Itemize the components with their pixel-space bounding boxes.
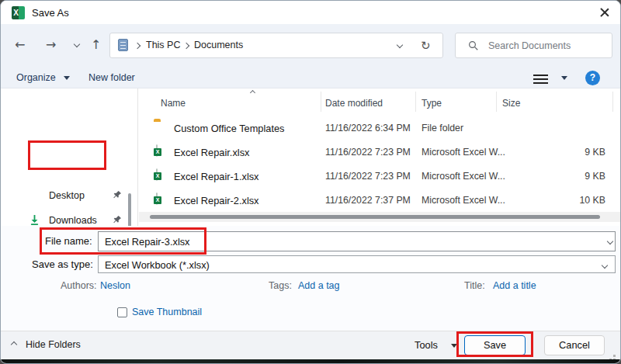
file-type: Microsoft Excel W... bbox=[422, 195, 505, 206]
column-separator[interactable] bbox=[321, 92, 321, 112]
authors-label: Authors: bbox=[61, 280, 97, 291]
up-icon[interactable]: ↑ bbox=[91, 37, 101, 52]
downloads-icon bbox=[29, 213, 40, 227]
column-header-type[interactable]: Type bbox=[422, 98, 442, 109]
file-name-input[interactable] bbox=[98, 231, 616, 251]
file-size: 9 KB bbox=[502, 147, 605, 158]
horizontal-scrollbar[interactable] bbox=[139, 212, 621, 222]
column-header-date-modified[interactable]: Date modified bbox=[325, 98, 383, 109]
file-type: Microsoft Excel W... bbox=[422, 171, 505, 182]
forward-icon[interactable]: → bbox=[46, 37, 56, 52]
save-thumbnail-label[interactable]: Save Thumbnail bbox=[132, 307, 202, 317]
file-row-excel-repair-2[interactable]: Excel Repair-2.xlsx 11/16/2022 7:37 PM M… bbox=[138, 189, 621, 213]
save-as-type-select[interactable]: Excel Workbook (*.xlsx) bbox=[98, 255, 616, 273]
file-row-excel-repair-1[interactable]: Excel Repair-1.xlsx 11/16/2022 7:23 PM M… bbox=[138, 165, 621, 189]
help-icon[interactable]: ? bbox=[585, 71, 600, 85]
navigation-chrome: ← → ↑ This PC Documents ↻ Organize New f… bbox=[1, 24, 620, 88]
file-date: 11/16/2022 7:23 PM bbox=[325, 147, 411, 158]
column-separator[interactable] bbox=[415, 92, 416, 112]
search-input[interactable] bbox=[488, 34, 605, 57]
sidebar-item-desktop[interactable]: Desktop bbox=[1, 185, 137, 206]
file-date: 11/16/2022 7:37 PM bbox=[325, 195, 411, 206]
background-window-edge bbox=[1, 359, 620, 364]
save-as-dialog: Save As ← → ↑ This PC Documents ↻ Organi… bbox=[0, 0, 621, 364]
save-button[interactable]: Save bbox=[464, 335, 526, 355]
file-row-custom-office-templates[interactable]: Custom Office Templates 11/16/2022 6:34 … bbox=[138, 116, 621, 140]
excel-file-icon bbox=[156, 192, 158, 205]
add-tag-link[interactable]: Add a tag bbox=[298, 280, 340, 291]
organize-button[interactable]: Organize bbox=[16, 72, 70, 83]
recent-locations-chevron-icon[interactable] bbox=[74, 41, 80, 47]
breadcrumb-this-pc[interactable]: This PC bbox=[146, 40, 180, 50]
sidebar-scrollbar[interactable] bbox=[128, 193, 131, 229]
save-form: File name: Save as type: Excel Workbook … bbox=[1, 226, 620, 331]
folder-location-icon bbox=[118, 39, 128, 51]
dropdown-triangle-icon bbox=[64, 76, 70, 80]
view-options-chevron-icon[interactable] bbox=[561, 76, 567, 80]
excel-file-icon bbox=[156, 168, 158, 181]
new-folder-label: New folder bbox=[88, 72, 135, 83]
file-name: Excel Repair.xlsx bbox=[174, 147, 249, 158]
tools-label: Tools bbox=[415, 339, 438, 351]
save-as-type-value: Excel Workbook (*.xlsx) bbox=[105, 259, 210, 271]
address-bar[interactable]: This PC Documents ↻ bbox=[109, 33, 443, 58]
file-type: Microsoft Excel W... bbox=[422, 147, 505, 158]
column-separator[interactable] bbox=[496, 92, 497, 112]
tools-dropdown-icon bbox=[451, 344, 457, 348]
file-date: 11/16/2022 7:23 PM bbox=[325, 171, 411, 182]
breadcrumb-documents[interactable]: Documents bbox=[194, 40, 243, 50]
add-title-link[interactable]: Add a title bbox=[493, 280, 536, 291]
close-icon[interactable] bbox=[598, 6, 611, 19]
column-separator[interactable] bbox=[612, 92, 613, 112]
save-as-type-label: Save as type: bbox=[32, 258, 93, 270]
sort-ascending-icon bbox=[250, 90, 255, 95]
breadcrumb-chevron-icon[interactable] bbox=[183, 43, 189, 49]
view-list-icon[interactable] bbox=[533, 75, 548, 76]
title-label: Title: bbox=[464, 280, 485, 291]
main-area: Desktop Downloads Documents Pictures bbox=[1, 88, 620, 226]
horizontal-scrollbar-thumb[interactable] bbox=[150, 215, 600, 219]
save-as-type-chevron-icon bbox=[602, 262, 608, 269]
back-icon[interactable]: ← bbox=[15, 37, 25, 52]
pin-icon[interactable] bbox=[113, 215, 122, 224]
sidebar-item-label: Downloads bbox=[49, 215, 97, 226]
search-box[interactable] bbox=[455, 33, 612, 58]
file-row-excel-repair[interactable]: Excel Repair.xlsx 11/16/2022 7:23 PM Mic… bbox=[138, 140, 621, 165]
chevron-up-icon bbox=[11, 341, 17, 348]
tags-label: Tags: bbox=[269, 280, 292, 291]
column-header-size[interactable]: Size bbox=[502, 98, 520, 109]
authors-value-link[interactable]: Neslon bbox=[100, 280, 130, 291]
file-name: Custom Office Templates bbox=[174, 123, 284, 134]
column-header-name[interactable]: Name bbox=[161, 98, 186, 109]
file-type: File folder bbox=[422, 123, 463, 133]
sidebar: Desktop Downloads Documents Pictures bbox=[1, 88, 137, 226]
hide-folders-label: Hide Folders bbox=[26, 339, 95, 350]
tools-button[interactable]: Tools bbox=[415, 339, 457, 351]
file-name: Excel Repair-1.xlsx bbox=[174, 171, 259, 182]
pin-icon[interactable] bbox=[113, 190, 122, 199]
excel-file-icon bbox=[156, 144, 158, 157]
file-size: 9 KB bbox=[502, 171, 605, 182]
title-bar: Save As bbox=[1, 1, 620, 24]
address-dropdown-chevron-icon[interactable] bbox=[397, 42, 403, 48]
sidebar-item-label: Desktop bbox=[49, 190, 85, 201]
resize-grip[interactable] bbox=[613, 355, 616, 357]
save-thumbnail-checkbox[interactable] bbox=[117, 307, 127, 317]
cancel-button[interactable]: Cancel bbox=[544, 335, 605, 355]
file-name: Excel Repair-2.xlsx bbox=[174, 195, 259, 206]
file-name-label: File name: bbox=[45, 235, 92, 247]
new-folder-button[interactable]: New folder bbox=[88, 72, 135, 83]
excel-app-icon bbox=[12, 6, 25, 19]
file-list-pane: Name Date modified Type Size Custom Offi… bbox=[137, 88, 621, 226]
refresh-icon[interactable]: ↻ bbox=[421, 39, 431, 53]
window-title: Save As bbox=[32, 7, 69, 19]
organize-label: Organize bbox=[16, 72, 56, 83]
search-icon bbox=[468, 40, 479, 51]
file-size: 10 KB bbox=[502, 195, 605, 206]
breadcrumb-chevron-icon[interactable] bbox=[134, 43, 141, 49]
footer-bar: Hide Folders Tools Save Cancel bbox=[1, 331, 620, 359]
file-date: 11/16/2022 6:34 PM bbox=[325, 123, 411, 133]
